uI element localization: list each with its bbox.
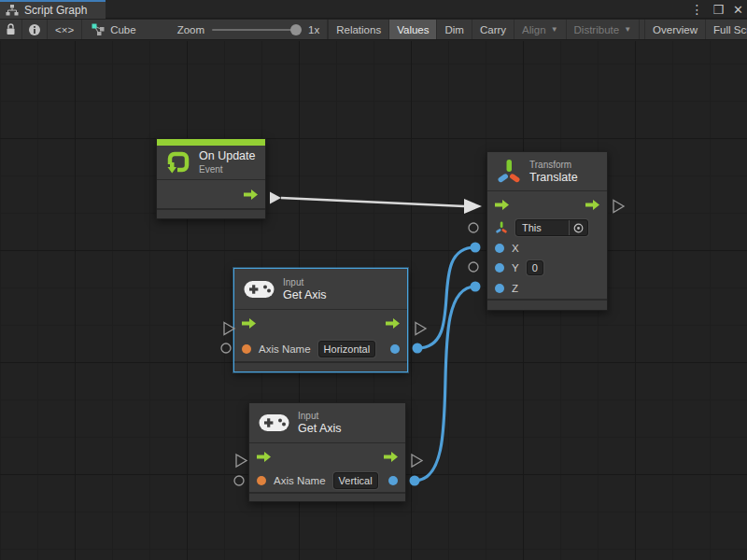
carry-button[interactable]: Carry xyxy=(472,20,514,39)
z-input-port[interactable] xyxy=(495,284,504,293)
translate-y-in-stub[interactable] xyxy=(469,262,478,272)
values-button[interactable]: Values xyxy=(389,20,437,39)
translate-z-row: Z xyxy=(487,277,607,299)
graph-hierarchy-icon xyxy=(6,5,19,16)
object-picker-button[interactable] xyxy=(569,220,587,235)
overview-label: Overview xyxy=(653,24,698,35)
dim-label: Dim xyxy=(444,24,463,35)
get-axis-h-value-in-stub[interactable] xyxy=(221,343,231,353)
graph-breadcrumb-label: Cube xyxy=(110,24,136,35)
wire-end-arrow[interactable] xyxy=(464,199,482,214)
on-update-header: On Update Event xyxy=(157,146,265,180)
tab-script-graph[interactable]: Script Graph xyxy=(0,0,106,19)
y-port-label: Y xyxy=(512,262,519,273)
on-update-footer xyxy=(157,208,265,218)
get-axis-v-header: Input Get Axis xyxy=(249,403,405,443)
on-update-subtitle: Event xyxy=(199,163,255,175)
x-input-port[interactable] xyxy=(495,244,504,253)
control-output-port[interactable] xyxy=(386,318,400,329)
tab-title: Script Graph xyxy=(24,4,87,17)
control-input-port[interactable] xyxy=(242,318,256,329)
inspect-button[interactable] xyxy=(22,20,48,39)
event-node-accent-bar xyxy=(157,139,265,146)
on-update-titles: On Update Event xyxy=(199,149,255,175)
axis-value-output-port[interactable] xyxy=(390,344,400,354)
control-output-port[interactable] xyxy=(585,200,599,210)
translate-target-in-stub[interactable] xyxy=(469,223,478,232)
get-axis-h-footer xyxy=(234,361,407,371)
target-field[interactable]: This xyxy=(515,219,588,236)
translate-footer xyxy=(487,299,607,310)
get-axis-v-control-out-stub[interactable] xyxy=(412,455,422,467)
wire-vertical-to-z[interactable] xyxy=(415,287,475,481)
zoom-slider[interactable] xyxy=(212,29,301,31)
wire-on-update-to-translate[interactable] xyxy=(281,198,464,206)
wire-endpoint-dot[interactable] xyxy=(471,282,481,292)
align-button[interactable]: Align ▼ xyxy=(514,20,567,39)
graph-canvas[interactable]: On Update Event Transform xyxy=(0,41,747,560)
dim-button[interactable]: Dim xyxy=(437,20,472,39)
get-axis-h-control-out-stub[interactable] xyxy=(416,323,426,335)
translate-control-out-stub[interactable] xyxy=(613,201,624,213)
wire-horizontal-to-x[interactable] xyxy=(417,247,475,348)
get-axis-h-control-row xyxy=(234,310,407,337)
get-axis-v-titles: Input Get Axis xyxy=(298,410,342,436)
zoom-slider-handle[interactable] xyxy=(290,24,302,35)
get-axis-v-control-in-stub[interactable] xyxy=(236,455,247,467)
y-value-field[interactable]: 0 xyxy=(527,260,543,275)
code-view-button[interactable]: <×> xyxy=(48,20,82,39)
translate-header: Transform Translate xyxy=(487,152,607,191)
update-loop-icon xyxy=(166,150,190,175)
y-input-port[interactable] xyxy=(495,263,504,273)
control-input-port[interactable] xyxy=(495,200,509,210)
translate-category: Transform xyxy=(529,159,578,171)
script-graph-window: Script Graph ⋮ ❒ ✕ <×> xyxy=(0,0,747,560)
get-axis-v-category: Input xyxy=(298,410,342,422)
overview-button[interactable]: Overview xyxy=(644,20,706,39)
axis-value-output-port[interactable] xyxy=(388,476,398,485)
wire-endpoint-dot[interactable] xyxy=(410,476,420,486)
relations-label: Relations xyxy=(336,24,381,35)
node-on-update[interactable]: On Update Event xyxy=(156,138,266,219)
control-output-port[interactable] xyxy=(244,189,258,200)
info-icon xyxy=(28,23,41,36)
distribute-button[interactable]: Distribute ▼ xyxy=(567,20,641,39)
graph-asset-icon xyxy=(92,23,105,35)
lock-button[interactable] xyxy=(0,20,22,39)
node-get-axis-horizontal[interactable]: Input Get Axis Axis Name Horizontal xyxy=(233,268,408,372)
toolbar-toggle-group: Relations Values Dim Carry Align ▼ Distr… xyxy=(328,20,747,39)
carry-label: Carry xyxy=(480,24,506,35)
close-icon[interactable]: ✕ xyxy=(733,4,743,16)
zoom-label: Zoom xyxy=(177,24,204,35)
wire-endpoint-dot[interactable] xyxy=(471,243,481,253)
axis-name-input-port[interactable] xyxy=(242,344,251,354)
wire-start-arrow[interactable] xyxy=(270,192,281,204)
z-port-label: Z xyxy=(512,283,518,294)
control-input-port[interactable] xyxy=(257,452,271,462)
node-get-axis-vertical[interactable]: Input Get Axis Axis Name Vertical xyxy=(248,402,406,502)
get-axis-v-value-in-stub[interactable] xyxy=(234,476,244,485)
get-axis-v-title: Get Axis xyxy=(298,422,342,436)
axis-name-label: Axis Name xyxy=(259,343,311,355)
gamepad-icon xyxy=(259,413,289,432)
get-axis-h-title: Get Axis xyxy=(283,288,327,302)
axis-name-input-port[interactable] xyxy=(257,476,266,485)
get-axis-h-value-row: Axis Name Horizontal xyxy=(234,337,407,361)
wire-endpoint-dot[interactable] xyxy=(413,343,423,354)
control-output-port[interactable] xyxy=(384,452,398,462)
maximize-icon[interactable]: ❒ xyxy=(712,4,724,16)
lock-icon xyxy=(6,23,16,35)
relations-button[interactable]: Relations xyxy=(328,20,389,39)
node-translate[interactable]: Transform Translate This xyxy=(486,151,608,311)
zoom-value: 1x xyxy=(308,24,319,35)
axis-name-label: Axis Name xyxy=(274,475,326,486)
window-controls: ⋮ ❒ ✕ xyxy=(690,0,743,19)
translate-control-row xyxy=(487,191,607,217)
full-screen-button[interactable]: Full Screen xyxy=(706,20,747,39)
x-port-label: X xyxy=(512,243,519,254)
gamepad-icon xyxy=(244,280,275,299)
axis-name-field[interactable]: Vertical xyxy=(333,472,378,489)
graph-breadcrumb[interactable]: Cube xyxy=(82,20,146,39)
window-menu-icon[interactable]: ⋮ xyxy=(690,3,703,16)
axis-name-field[interactable]: Horizontal xyxy=(318,341,376,357)
